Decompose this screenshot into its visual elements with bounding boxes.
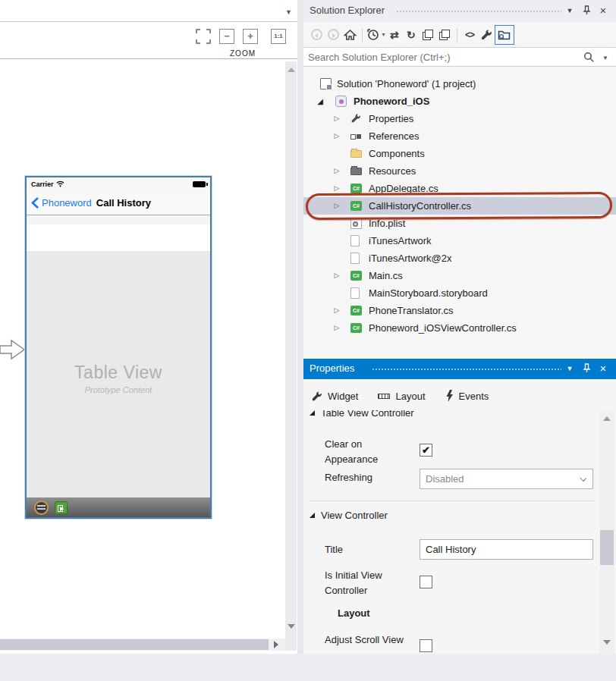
tab-events[interactable]: Events	[445, 390, 489, 402]
search-options-dropdown-icon[interactable]: ▼	[602, 55, 608, 61]
scroll-right-icon[interactable]	[274, 641, 278, 648]
title-label: Title	[325, 542, 417, 557]
scrollbar-thumb[interactable]	[0, 639, 269, 650]
iphone-scene[interactable]: Carrier Phoneword Call History Table Vie…	[25, 176, 212, 519]
actual-size-button[interactable]: 1:1	[271, 29, 286, 44]
expander-collapsed-icon[interactable]: ▷	[332, 162, 341, 180]
table-section-header[interactable]	[27, 215, 210, 224]
expander-collapsed-icon[interactable]: ▷	[332, 267, 341, 284]
fit-to-window-button[interactable]	[196, 29, 211, 44]
exit-segue-icon[interactable]	[55, 501, 68, 514]
phone-navigation-bar[interactable]: Phoneword Call History	[27, 190, 210, 215]
wrench-icon	[350, 113, 362, 124]
properties-title: Properties	[310, 362, 354, 374]
sync-with-active-document-button[interactable]: ⇄	[386, 26, 403, 44]
pin-icon[interactable]	[580, 362, 593, 375]
close-icon[interactable]: ×	[596, 4, 610, 17]
scroll-up-icon[interactable]	[288, 67, 295, 72]
collapse-all-button[interactable]	[420, 26, 436, 44]
properties-pages-button[interactable]	[436, 26, 453, 44]
close-icon[interactable]: ×	[596, 362, 610, 375]
initial-view-controller-arrow[interactable]	[0, 337, 26, 362]
solution-icon	[320, 78, 332, 89]
properties-scrollbar[interactable]	[599, 410, 614, 654]
designer-vertical-scrollbar[interactable]	[285, 61, 297, 651]
file-icon	[350, 235, 360, 246]
tree-item-itunesartwork2x[interactable]: iTunesArtwork@2x	[303, 249, 616, 267]
forward-button[interactable]	[325, 26, 341, 44]
ruler-icon	[378, 394, 390, 399]
tree-item-phoneword-ios[interactable]: ◢ Phoneword_iOS	[303, 93, 616, 110]
view-code-button[interactable]: <>	[461, 26, 478, 44]
search-icon[interactable]	[583, 52, 595, 63]
expander-collapsed-icon[interactable]: ▷	[332, 197, 341, 215]
prototype-content-watermark: Prototype Content	[27, 385, 210, 394]
expander-collapsed-icon[interactable]: ▷	[332, 110, 341, 127]
layout-subsection-label: Layout	[338, 607, 370, 619]
designer-pane-menu-icon[interactable]: ▼	[285, 8, 292, 16]
is-initial-view-controller-checkbox[interactable]	[420, 576, 432, 588]
solution-explorer-toolbar: ▼ ⇄ ↻ <>	[303, 22, 616, 47]
expander-collapsed-icon[interactable]: ▷	[332, 180, 341, 197]
expander-collapsed-icon[interactable]: ▷	[332, 127, 341, 145]
expander-expanded-icon[interactable]: ◢	[316, 93, 325, 110]
title-input[interactable]	[420, 539, 593, 560]
window-menu-icon[interactable]: ▼	[563, 362, 577, 375]
preview-folder-icon	[498, 29, 511, 40]
adjust-scroll-view-checkbox[interactable]	[420, 639, 432, 652]
tree-item-maincs[interactable]: ▷ C# Main.cs	[303, 267, 616, 284]
csharp-file-icon: C#	[350, 271, 362, 281]
expander-collapsed-icon[interactable]: ▷	[332, 319, 341, 337]
scrollbar-thumb[interactable]	[600, 530, 614, 565]
csharp-file-icon: C#	[350, 184, 362, 193]
refresh-button[interactable]: ↻	[403, 26, 420, 44]
tab-widget[interactable]: Widget	[311, 391, 358, 402]
tab-layout[interactable]: Layout	[378, 391, 425, 402]
pin-icon[interactable]	[580, 4, 593, 17]
designer-horizontal-scrollbar[interactable]	[0, 639, 285, 651]
tree-item-solution[interactable]: Solution 'Phoneword' (1 project)	[303, 75, 616, 93]
tree-item-phonetranslator[interactable]: ▷ C# PhoneTranslator.cs	[303, 302, 616, 319]
scroll-up-icon[interactable]	[603, 416, 611, 421]
section-table-view-controller[interactable]: Table View Controller	[310, 410, 593, 422]
tree-item-appdelegate[interactable]: ▷ C# AppDelegate.cs	[303, 180, 616, 197]
view-controller-icon[interactable]	[34, 501, 49, 515]
status-area	[0, 654, 616, 681]
window-menu-icon[interactable]: ▼	[563, 4, 577, 17]
search-input[interactable]	[308, 49, 574, 65]
refreshing-dropdown[interactable]: Disabled	[420, 469, 593, 489]
scroll-down-icon[interactable]	[288, 624, 295, 629]
show-properties-button[interactable]	[478, 26, 495, 44]
refreshing-label: Refreshing	[325, 470, 417, 485]
expander-collapsed-icon[interactable]: ▷	[332, 302, 341, 319]
tree-item-infoplist[interactable]: Info.plist	[303, 215, 616, 232]
phone-status-bar: Carrier	[27, 177, 210, 190]
wifi-icon	[56, 180, 64, 187]
tree-item-references[interactable]: ▷ References	[303, 127, 616, 145]
yellow-folder-icon	[350, 150, 362, 158]
zoom-in-button[interactable]: +	[243, 29, 258, 44]
back-icon	[311, 29, 322, 40]
tree-item-callhistorycontroller[interactable]: ▷ C# CallHistoryController.cs	[303, 197, 616, 215]
nav-back-label[interactable]: Phoneword	[42, 197, 92, 209]
back-button[interactable]	[308, 26, 325, 44]
tree-item-mainstoryboard[interactable]: MainStoryboard.storyboard	[303, 284, 616, 302]
pending-changes-filter-button[interactable]: ▼	[366, 26, 386, 44]
tree-item-resources[interactable]: ▷ Resources	[303, 162, 616, 180]
tree-item-phoneword-iosviewcontroller[interactable]: ▷ C# Phoneword_iOSViewController.cs	[303, 319, 616, 337]
tree-item-components[interactable]: Components	[303, 145, 616, 162]
tree-item-properties[interactable]: ▷ Properties	[303, 110, 616, 127]
wrench-icon	[480, 29, 492, 41]
properties-tabs: Widget Layout Events	[311, 387, 489, 405]
section-view-controller[interactable]: View Controller	[310, 510, 388, 521]
scroll-down-icon[interactable]	[603, 640, 611, 645]
clear-on-appearance-checkbox[interactable]: ✔	[420, 444, 432, 457]
home-button[interactable]	[341, 26, 358, 44]
preview-selected-items-button[interactable]	[495, 25, 514, 45]
tree-item-itunesartwork[interactable]: iTunesArtwork	[303, 232, 616, 249]
zoom-out-button[interactable]: −	[219, 29, 234, 44]
table-view[interactable]: Table View Prototype Content	[27, 251, 210, 497]
nav-title-label[interactable]: Call History	[96, 197, 151, 209]
table-prototype-cell[interactable]	[27, 224, 210, 251]
titlebar-grip	[372, 368, 561, 372]
